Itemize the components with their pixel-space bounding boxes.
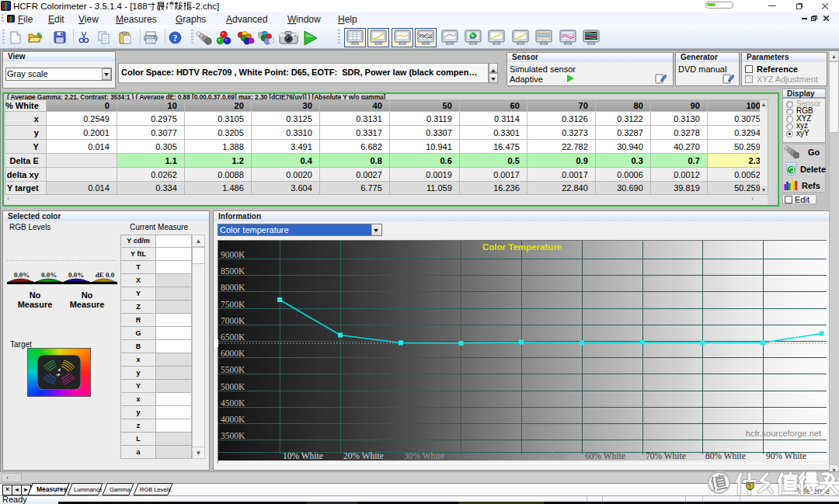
svg-text:60% White: 60% White [585,451,625,461]
svg-text:6000K: 6000K [221,349,245,358]
svg-text:50% White: 50% White [524,451,565,461]
svg-text:4000K: 4000K [221,415,245,424]
svg-text:20% White: 20% White [343,451,384,461]
svg-text:6500K: 6500K [221,332,245,342]
svg-text:hcfr.sourceforge.net: hcfr.sourceforge.net [746,429,821,438]
svg-text:RGB Levels: RGB Levels [140,486,171,493]
svg-text:40% White: 40% White [464,451,504,461]
svg-text:Gamma: Gamma [110,486,131,493]
svg-text:5000K: 5000K [221,382,245,391]
svg-text:Color Temperature: Color Temperature [482,242,562,252]
svg-text:?: ? [173,33,178,43]
svg-text:8500K: 8500K [221,266,245,276]
svg-text:Measures: Measures [37,485,67,493]
svg-text:30% White: 30% White [404,451,444,461]
svg-text:Luminance: Luminance [74,486,103,493]
svg-text:7000K: 7000K [221,316,245,325]
svg-text:5500K: 5500K [221,365,245,374]
svg-text:70% White: 70% White [646,451,686,461]
svg-text:7500K: 7500K [221,300,245,309]
svg-text:10% White: 10% White [283,451,323,461]
svg-text:8000K: 8000K [221,283,245,292]
svg-text:4500K: 4500K [221,398,245,408]
svg-text:80% White: 80% White [705,451,746,461]
svg-text:9000K: 9000K [221,250,245,259]
svg-text:90% White: 90% White [766,451,806,461]
svg-text:3500K: 3500K [221,431,245,440]
